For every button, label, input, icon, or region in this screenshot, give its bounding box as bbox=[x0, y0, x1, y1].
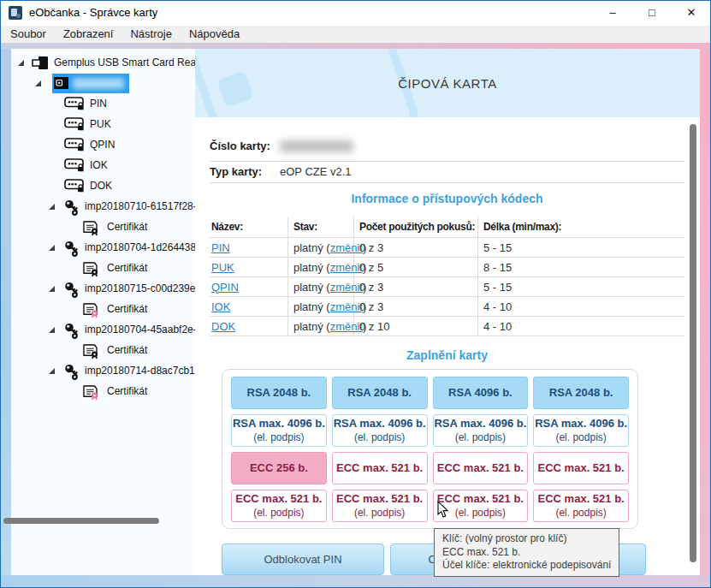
slot-label: RSA 2048 b. bbox=[247, 386, 311, 400]
capacity-slot-6[interactable]: RSA max. 4096 b.(el. podpis) bbox=[433, 414, 529, 447]
slot-sub-label: (el. podpis) bbox=[555, 506, 606, 520]
code-attempts-cell: 0 z 5 bbox=[354, 258, 478, 277]
slot-label: RSA 4096 b. bbox=[448, 386, 513, 400]
tree-item-key-0[interactable]: imp20180710-61517f28- bbox=[11, 197, 195, 217]
tree-item-puk[interactable]: PUK bbox=[11, 115, 195, 135]
tree-item-key-2[interactable]: imp20180715-c00d239e- bbox=[11, 279, 195, 300]
menu-bar: SouborZobrazeníNástrojeNápověda bbox=[0, 26, 711, 43]
tree-item-pin[interactable]: PIN bbox=[11, 94, 195, 115]
expand-arrow-icon[interactable] bbox=[18, 60, 24, 66]
menu-item-1[interactable]: Zobrazení bbox=[55, 26, 122, 43]
tree-horizontal-scrollbar[interactable] bbox=[3, 518, 159, 524]
main-vertical-scrollbar[interactable] bbox=[690, 124, 696, 562]
slot-label: ECC max. 521 b. bbox=[336, 461, 423, 475]
code-link-iok[interactable]: IOK bbox=[211, 300, 230, 313]
capacity-slot-2[interactable]: RSA 4096 b. bbox=[433, 377, 529, 409]
menu-item-2[interactable]: Nástroje bbox=[121, 26, 180, 43]
tree-item-qpin[interactable]: QPIN bbox=[11, 135, 195, 156]
code-link-pin[interactable]: PIN bbox=[211, 241, 230, 254]
card-type-row: Typ karty: eOP CZE v2.1 bbox=[210, 163, 684, 183]
capacity-slot-7[interactable]: RSA max. 4096 b.(el. podpis) bbox=[533, 414, 629, 447]
capacity-slot-15[interactable]: ECC max. 521 b.(el. podpis) bbox=[533, 490, 629, 522]
selected-card-node[interactable] bbox=[52, 74, 129, 93]
capacity-slot-10[interactable]: ECC max. 521 b. bbox=[433, 452, 529, 484]
window-title: eObčanka - Správce karty bbox=[29, 0, 157, 26]
title-bar[interactable]: eObčanka - Správce karty – □ ✕ bbox=[0, 0, 711, 26]
tree-item-key-1[interactable]: imp20180704-1d264438- bbox=[11, 238, 195, 258]
maximize-button[interactable]: □ bbox=[632, 0, 672, 26]
tree-item-iok[interactable]: IOK bbox=[11, 156, 195, 176]
capacity-slot-9[interactable]: ECC max. 521 b. bbox=[332, 452, 428, 484]
code-state-cell: platný (změnit) bbox=[288, 238, 354, 258]
tree-item-certificate-4[interactable]: Certifikát bbox=[11, 382, 195, 402]
tree-item-key-3-label: imp20180704-45aabf2e- bbox=[85, 324, 195, 336]
tree-item-key-3[interactable]: imp20180704-45aabf2e- bbox=[11, 320, 195, 341]
menu-item-3[interactable]: Nápověda bbox=[181, 26, 248, 43]
tree-item-key-4[interactable]: imp20180714-d8ac7cb1- bbox=[11, 361, 195, 382]
pin-icon bbox=[64, 138, 86, 155]
code-link-puk[interactable]: PUK bbox=[211, 261, 234, 274]
page-title: ČIPOVÁ KARTA bbox=[398, 76, 496, 91]
tree-item-certificate-0-label: Certifikát bbox=[107, 221, 147, 233]
expand-arrow-icon[interactable] bbox=[49, 368, 55, 374]
smart-card-icon bbox=[54, 77, 68, 92]
capacity-slot-5[interactable]: RSA max. 4096 b.(el. podpis) bbox=[332, 414, 428, 447]
capacity-slot-4[interactable]: RSA max. 4096 b.(el. podpis) bbox=[231, 414, 327, 447]
cert-icon bbox=[81, 261, 99, 281]
card-tree-panel[interactable]: Gemplus USB Smart Card ReadePINPUKQPINIO… bbox=[11, 49, 195, 575]
codes-section-heading: Informace o přístupových kódech bbox=[210, 192, 684, 205]
tree-item-certificate-3-label: Certifikát bbox=[107, 344, 147, 356]
tree-item-reader[interactable]: Gemplus USB Smart Card Reade bbox=[11, 53, 195, 74]
code-link-qpin[interactable]: QPIN bbox=[211, 281, 239, 294]
tree-item-certificate-3[interactable]: Certifikát bbox=[11, 341, 195, 361]
slot-sub-label: (el. podpis) bbox=[253, 431, 304, 444]
tree-item-iok-label: IOK bbox=[90, 159, 108, 171]
slot-label: RSA max. 4096 b. bbox=[334, 417, 426, 431]
capacity-slot-13[interactable]: ECC max. 521 b.(el. podpis) bbox=[332, 490, 428, 522]
tree-item-certificate-1[interactable]: Certifikát bbox=[11, 258, 195, 279]
expand-arrow-icon[interactable] bbox=[49, 327, 55, 333]
tree-item-certificate-0[interactable]: Certifikát bbox=[11, 217, 195, 238]
code-attempts-cell: 0 z 3 bbox=[354, 297, 478, 317]
reader-icon bbox=[32, 56, 49, 74]
expand-arrow-icon[interactable] bbox=[49, 286, 55, 292]
tree-item-reader-label: Gemplus USB Smart Card Reade bbox=[54, 56, 195, 68]
tree-item-certificate-1-label: Certifikát bbox=[107, 262, 147, 274]
tree-item-key-0-label: imp20180710-61517f28- bbox=[85, 200, 195, 212]
code-link-dok[interactable]: DOK bbox=[211, 320, 235, 333]
capacity-slot-1[interactable]: RSA 2048 b. bbox=[332, 377, 428, 409]
slot-label: RSA 2048 b. bbox=[549, 386, 613, 400]
code-state-cell: platný (změnit) bbox=[288, 317, 354, 336]
tree-item-key-1-label: imp20180704-1d264438- bbox=[85, 241, 195, 253]
slot-label: ECC max. 521 b. bbox=[437, 461, 524, 475]
capacity-slot-8[interactable]: ECC 256 b. bbox=[231, 452, 327, 484]
code-state-cell: platný (změnit) bbox=[288, 297, 354, 317]
slot-sub-label: (el. podpis) bbox=[555, 431, 606, 444]
expand-arrow-icon[interactable] bbox=[35, 80, 41, 86]
minimize-button[interactable]: – bbox=[593, 0, 632, 26]
code-attempts-cell: 0 z 3 bbox=[354, 277, 478, 297]
slot-label: RSA max. 4096 b. bbox=[233, 417, 325, 431]
tree-item-dok-label: DOK bbox=[90, 180, 112, 192]
action-button-0[interactable]: Odblokovat PIN bbox=[222, 543, 384, 575]
tooltip-line-1: Klíč: (volný prostor pro klíč) bbox=[442, 532, 611, 546]
expand-arrow-icon[interactable] bbox=[49, 245, 55, 251]
close-button[interactable]: ✕ bbox=[672, 0, 711, 26]
expand-arrow-icon[interactable] bbox=[49, 204, 55, 210]
slot-sub-label: (el. podpis) bbox=[354, 431, 405, 444]
capacity-slot-0[interactable]: RSA 2048 b. bbox=[231, 377, 327, 409]
code-name-cell: IOK bbox=[210, 297, 288, 317]
code-attempts-cell: 0 z 10 bbox=[354, 317, 478, 336]
tree-item-card[interactable] bbox=[11, 74, 195, 94]
code-name-cell: PIN bbox=[210, 238, 288, 258]
capacity-slot-3[interactable]: RSA 2048 b. bbox=[533, 377, 629, 409]
slot-sub-label: (el. podpis) bbox=[253, 506, 304, 520]
tree-item-dok[interactable]: DOK bbox=[11, 176, 195, 197]
frame-strip-right bbox=[700, 49, 711, 575]
menu-item-0[interactable]: Soubor bbox=[2, 26, 55, 43]
card-type-label: Typ karty: bbox=[210, 165, 262, 178]
code-name-cell: DOK bbox=[210, 317, 288, 336]
capacity-slot-12[interactable]: ECC max. 521 b.(el. podpis) bbox=[231, 490, 327, 522]
capacity-slot-11[interactable]: ECC max. 521 b. bbox=[533, 452, 629, 484]
tree-item-certificate-2[interactable]: Certifikát bbox=[11, 300, 195, 320]
